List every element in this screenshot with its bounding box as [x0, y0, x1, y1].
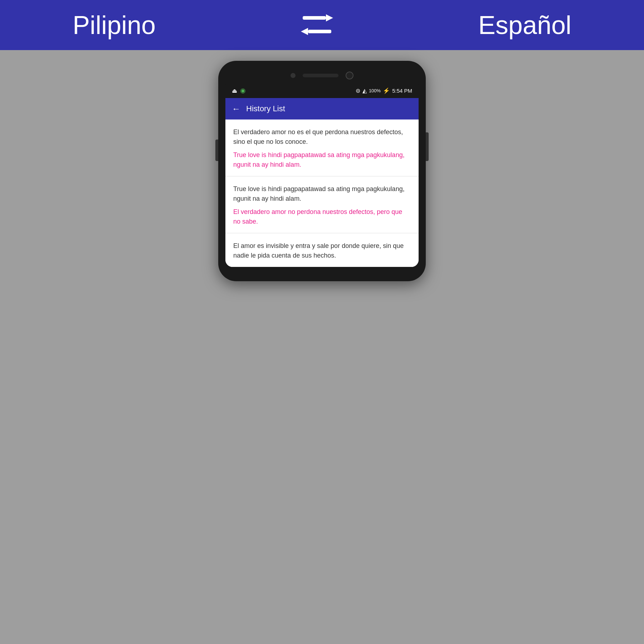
battery-level: 100%	[369, 88, 381, 93]
svg-rect-0	[303, 16, 326, 20]
background-area: ⏏ ◉ ⊜ ◭ 100% ⚡ 5:54 PM ← History List El…	[0, 50, 644, 644]
app-icon: ◉	[240, 87, 246, 94]
history-item[interactable]: El amor es invisible y entra y sale por …	[225, 233, 419, 267]
power-button	[426, 132, 429, 161]
volume-button	[215, 140, 218, 161]
phone-screen: El verdadero amor no es el que perdona n…	[225, 119, 419, 267]
status-left-icons: ⏏ ◉	[232, 87, 246, 94]
front-sensor	[291, 73, 296, 78]
front-camera	[346, 72, 353, 79]
svg-rect-2	[308, 30, 331, 33]
status-right-info: ⊜ ◭ 100% ⚡ 5:54 PM	[356, 87, 412, 94]
swap-languages-button[interactable]	[301, 13, 333, 38]
swap-icon	[301, 13, 333, 38]
source-language-label: Pilipino	[73, 10, 156, 40]
screen-title: History List	[246, 104, 285, 113]
top-language-header: Pilipino Español	[0, 0, 644, 50]
speaker-grille	[303, 74, 338, 77]
phone-frame: ⏏ ◉ ⊜ ◭ 100% ⚡ 5:54 PM ← History List El…	[218, 61, 426, 281]
battery-icon: ⚡	[383, 87, 390, 94]
history-translated-text: True love is hindi pagpapatawad sa ating…	[233, 150, 411, 170]
status-bar: ⏏ ◉ ⊜ ◭ 100% ⚡ 5:54 PM	[225, 83, 419, 98]
history-translated-text: El verdadero amor no perdona nuestros de…	[233, 207, 411, 226]
history-primary-text: True love is hindi pagpapatawad sa ating…	[233, 184, 411, 204]
phone-top-hardware	[225, 72, 419, 79]
history-primary-text: El amor es invisible y entra y sale por …	[233, 241, 411, 260]
svg-marker-1	[326, 14, 333, 21]
back-button[interactable]: ←	[232, 104, 240, 114]
target-language-label: Español	[478, 10, 571, 40]
wifi-icon: ⊜	[356, 87, 360, 94]
app-bar: ← History List	[225, 98, 419, 119]
status-time: 5:54 PM	[392, 88, 412, 94]
history-item[interactable]: True love is hindi pagpapatawad sa ating…	[225, 176, 419, 233]
svg-marker-3	[301, 28, 308, 35]
usb-icon: ⏏	[232, 87, 237, 94]
history-item[interactable]: El verdadero amor no es el que perdona n…	[225, 119, 419, 176]
history-primary-text: El verdadero amor no es el que perdona n…	[233, 127, 411, 147]
signal-icon: ◭	[362, 87, 367, 94]
